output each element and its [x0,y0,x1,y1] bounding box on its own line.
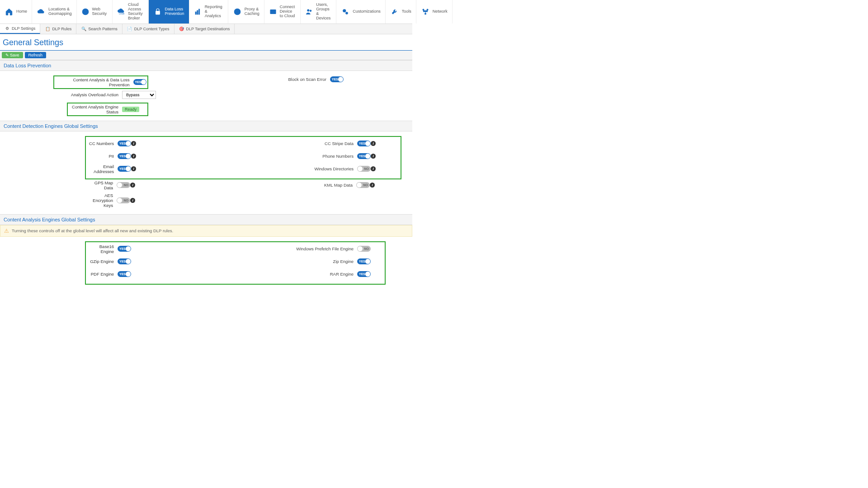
cloud-icon [37,7,46,16]
subnav-search-patterns[interactable]: 🔍Search Patterns [76,24,123,34]
save-button-label: Save [10,53,19,57]
subnav-label: DLP Content Types [134,27,170,31]
nav-web-security[interactable]: Web Security [77,0,113,23]
nav-users[interactable]: Users, Groups & Devices [301,0,336,23]
file-icon: 📄 [127,26,132,32]
toggle-email[interactable]: YES [118,166,131,172]
warning-text: Turning these controls off at the global… [12,228,173,233]
sub-nav: ⚙DLP Settings 📋DLP Rules 🔍Search Pattern… [0,24,412,34]
highlight-engine-status: Content Analysis Engine Status Ready [67,103,148,116]
info-icon[interactable]: i [370,183,375,188]
subnav-label: DLP Target Destinations [186,27,230,31]
highlight-analysis-engines: Base16 EngineYES GZip EngineYES PDF Engi… [85,241,386,285]
globe-icon [81,7,90,16]
toggle-content-analysis[interactable]: YES [133,79,146,85]
base16-label: Base16 Engine [86,244,118,254]
home-icon [5,7,14,16]
users-icon [305,7,313,16]
section-dlp: Data Loss Prevention Content Analysis & … [0,60,412,121]
info-icon[interactable]: i [131,166,136,171]
subnav-target-destinations[interactable]: 🎯DLP Target Destinations [175,24,235,34]
nav-dlp[interactable]: Data Loss Prevention [149,0,189,23]
nav-label: Network [433,9,448,14]
info-icon[interactable]: i [130,183,135,188]
nav-tools[interactable]: Tools [386,0,416,23]
nav-customizations[interactable]: Customizations [336,0,386,23]
info-icon[interactable]: i [371,141,376,146]
toggle-kml[interactable]: NO [356,182,370,188]
gzip-label: GZip Engine [86,259,118,264]
toggle-windows-dir[interactable]: NO [357,166,371,172]
highlight-detection-rows: CC NumbersYESi PIIYESi Email AddressesYE… [85,136,401,179]
subnav-content-types[interactable]: 📄DLP Content Types [123,24,175,34]
svg-point-8 [307,9,310,12]
nav-label: Home [16,9,27,14]
toggle-cc-stripe[interactable]: YES [357,141,371,146]
search-icon: 🔍 [81,26,86,32]
info-icon[interactable]: i [131,141,136,146]
toggle-block-scan-error[interactable]: YES [330,76,344,82]
rar-label: RAR Engine [240,272,357,277]
zip-label: Zip Engine [240,259,357,264]
subnav-dlp-rules[interactable]: 📋DLP Rules [40,24,76,34]
nav-label: Reporting & Analytics [205,5,223,19]
refresh-button[interactable]: Refresh [25,52,47,58]
toggle-base16[interactable]: YES [118,246,131,252]
nav-proxy[interactable]: Proxy & Caching [228,0,264,23]
info-icon[interactable]: i [130,198,135,203]
nav-connect[interactable]: Connect Device to Cloud [264,0,301,23]
section-detection-engines: Content Detection Engines Global Setting… [0,121,412,214]
overload-action-label: Analysis Overload Action [0,92,122,97]
toggle-cc-numbers[interactable]: YES [118,141,131,146]
windows-dir-label: Windows Directories [240,166,357,171]
svg-point-12 [423,9,424,10]
nav-label: Web Security [92,7,108,16]
subnav-label: DLP Rules [52,27,71,31]
nav-casb[interactable]: CASB Cloud Access Security Broker [113,0,149,23]
nav-label: Cloud Access Security Broker [128,3,144,21]
toggle-rar[interactable]: YES [357,271,371,277]
engine-status-badge: Ready [122,107,139,112]
svg-point-10 [343,9,346,12]
nav-locations[interactable]: Locations & Geomapping [32,0,77,23]
section-header: Data Loss Prevention [0,60,412,71]
pdf-label: PDF Engine [86,272,118,277]
toggle-gzip[interactable]: YES [118,258,131,264]
toggle-zip[interactable]: YES [357,258,371,264]
main-nav: Home Locations & Geomapping Web Security… [0,0,412,24]
toggle-pdf[interactable]: YES [118,271,131,277]
info-icon[interactable]: i [131,154,136,159]
nav-reporting[interactable]: Reporting & Analytics [189,0,228,23]
toggle-aes[interactable]: NO [117,197,130,203]
nav-label: Connect Device to Cloud [280,5,296,19]
toggle-gps[interactable]: NO [117,182,130,188]
svg-rect-5 [198,9,199,14]
toggle-phone[interactable]: YES [357,153,371,159]
subnav-dlp-settings[interactable]: ⚙DLP Settings [0,24,40,34]
info-icon[interactable]: i [371,166,376,171]
casb-icon: CASB [117,7,125,16]
subnav-label: DLP Settings [12,26,35,31]
info-icon[interactable]: i [371,154,376,159]
nav-home[interactable]: Home [0,0,32,23]
pii-label: PII [86,154,118,159]
action-bar: ✎Save Refresh [0,51,412,60]
page-title: General Settings [0,34,412,51]
overload-action-select[interactable]: Bypass [122,91,156,99]
subnav-label: Search Patterns [88,27,118,31]
warning-icon: ⚠ [4,228,9,234]
nav-network[interactable]: Network [416,0,453,23]
toggle-pii[interactable]: YES [118,153,131,159]
svg-rect-4 [197,10,198,14]
settings-icon: ⚙ [5,26,10,31]
nav-label: Customizations [353,9,381,14]
network-icon [421,7,430,16]
cc-numbers-label: CC Numbers [86,141,118,146]
save-button[interactable]: ✎Save [2,52,23,58]
warning-bar: ⚠ Turning these controls off at the glob… [0,225,412,237]
svg-point-14 [425,13,426,14]
gears-icon [341,7,350,16]
toggle-prefetch[interactable]: NO [357,246,371,252]
device-cloud-icon [269,7,277,16]
aes-label: AES Encryption Keys [85,193,117,208]
